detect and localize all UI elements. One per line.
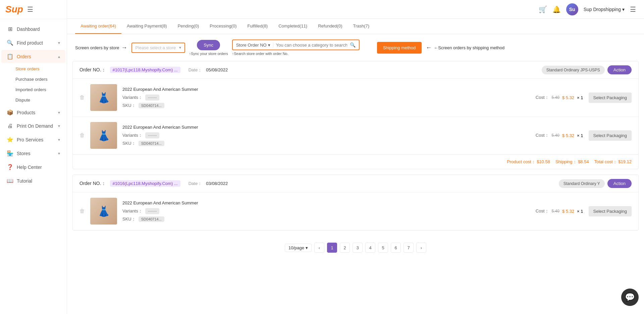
store-select[interactable]: Please select a store ▾ <box>131 43 185 53</box>
order-header: Order NO.： #1017(Lpc118.Myshopify.Com) .… <box>73 61 638 79</box>
store-select-placeholder: Please select a store <box>136 45 179 50</box>
stores-icon: 🏪 <box>7 150 13 156</box>
sidebar-logo: Sup ☰ <box>0 0 67 19</box>
chevron-down-icon: ▾ <box>58 124 60 128</box>
select-packaging-button[interactable]: Select Packaging <box>589 92 632 103</box>
sidebar-item-help-center[interactable]: ❓ Help Center <box>1 161 65 174</box>
pagination: 10/page ▾ ‹ 1 2 3 4 5 6 7 › <box>67 236 644 259</box>
next-page-button[interactable]: › <box>416 243 426 253</box>
chevron-down-icon: ▾ <box>179 45 181 50</box>
sidebar-item-label: Find product <box>17 40 55 46</box>
order-date-label: Date： <box>189 67 202 73</box>
sidebar-item-print-on-demand[interactable]: 🖨 Print On Demand ▾ <box>1 120 65 132</box>
sidebar-item-orders[interactable]: 📋 Orders ▴ <box>1 50 65 63</box>
orders-icon: 📋 <box>7 53 13 60</box>
chat-widget[interactable]: 💬 <box>621 289 639 306</box>
sidebar-item-dispute[interactable]: Dispute <box>0 95 67 105</box>
product-info: 2022 European And American Summer Varian… <box>122 200 530 222</box>
sidebar-item-imported-orders[interactable]: Imported orders <box>0 84 67 95</box>
product-cost: Cost： 5.40 $ 5.32 × 1 <box>536 132 583 138</box>
delete-icon[interactable]: 🗑 <box>79 95 85 101</box>
avatar: Su <box>566 3 578 15</box>
tab-completed[interactable]: Completed(11) <box>273 19 313 34</box>
action-button[interactable]: Action <box>607 65 632 74</box>
sidebar-item-pro-services[interactable]: ⭐ Pro Services ▾ <box>1 133 65 146</box>
sidebar-item-label: Pro Services <box>17 137 55 142</box>
search-icon[interactable]: 🔍 <box>350 42 356 48</box>
product-image: 👗 <box>90 122 117 149</box>
cost-original: 5.40 <box>552 95 559 100</box>
delete-icon[interactable]: 🗑 <box>79 208 85 214</box>
username-button[interactable]: Sup Dropshipping ▾ <box>584 7 625 12</box>
sidebar-item-label: Dashboard <box>17 26 60 32</box>
sync-button[interactable]: Sync <box>197 40 220 50</box>
top-header: 🛒 🔔 Su Sup Dropshipping ▾ ☰ <box>67 0 644 19</box>
action-button[interactable]: Action <box>607 179 632 188</box>
search-input[interactable] <box>273 43 350 48</box>
orders-container: Order NO.： #1017(Lpc118.Myshopify.Com) .… <box>67 61 644 266</box>
shipping-method-button[interactable]: Shipping method <box>377 42 422 54</box>
tab-trash[interactable]: Trash(7) <box>347 19 375 34</box>
product-name: 2022 European And American Summer <box>122 200 530 205</box>
search-category-dropdown[interactable]: Store Order NO ▾ <box>236 43 273 48</box>
sidebar-item-products[interactable]: 📦 Products ▾ <box>1 106 65 119</box>
cost-qty: × 1 <box>577 95 583 100</box>
page-3-button[interactable]: 3 <box>353 243 363 253</box>
sidebar-item-store-orders[interactable]: Store orders <box>0 64 67 74</box>
select-packaging-button[interactable]: Select Packaging <box>589 206 632 216</box>
sku-row: SKU： SD040714... <box>122 216 530 222</box>
dashboard-icon: ⊞ <box>7 26 13 32</box>
sidebar-item-purchase-orders[interactable]: Purchase orders <box>0 74 67 84</box>
prev-page-button[interactable]: ‹ <box>314 243 324 253</box>
cart-icon[interactable]: 🛒 <box>539 5 547 13</box>
sku-value: SD040714... <box>139 216 164 222</box>
tutorial-icon: 📖 <box>7 178 13 184</box>
total-cost: Total cost： $19.12 <box>594 159 632 165</box>
find-product-icon: 🔍 <box>7 40 13 46</box>
page-1-button[interactable]: 1 <box>327 243 337 253</box>
product-cost-total: Product cost： $10.58 <box>507 159 550 165</box>
sidebar: Sup ☰ ⊞ Dashboard 🔍 Find product ▾ 📋 Ord… <box>0 0 67 314</box>
hamburger-icon[interactable]: ☰ <box>27 5 33 13</box>
sync-note: ↑Sync your store orders <box>189 52 228 56</box>
per-page-selector[interactable]: 10/page ▾ <box>285 244 312 252</box>
order-date-value: 05/08/2022 <box>206 67 228 72</box>
delete-icon[interactable]: 🗑 <box>79 132 85 138</box>
tab-pending[interactable]: Pending(0) <box>172 19 205 34</box>
page-2-button[interactable]: 2 <box>340 243 350 253</box>
tab-refunded[interactable]: Refunded(0) <box>313 19 347 34</box>
page-4-button[interactable]: 4 <box>365 243 375 253</box>
order-header-right: Standard Ordinary JPS-USPS Action <box>542 65 632 74</box>
order-card: Order NO.： #1017(Lpc118.Myshopify.Com) .… <box>72 61 639 169</box>
tab-awaiting-order[interactable]: Awaiting order(64) <box>75 19 121 34</box>
select-packaging-button[interactable]: Select Packaging <box>589 130 632 141</box>
page-7-button[interactable]: 7 <box>404 243 414 253</box>
sidebar-item-dashboard[interactable]: ⊞ Dashboard <box>1 22 65 36</box>
page-5-button[interactable]: 5 <box>378 243 388 253</box>
cost-qty: × 1 <box>577 133 583 138</box>
sidebar-item-find-product[interactable]: 🔍 Find product ▾ <box>1 36 65 49</box>
filter-bar: Screen orders by store → Please select a… <box>67 34 644 61</box>
cost-sale: $ 5.32 <box>562 95 574 100</box>
chevron-down-icon: ▾ <box>58 151 60 156</box>
main-menu-icon[interactable]: ☰ <box>630 5 636 13</box>
product-variants: Variants： ········ <box>122 132 530 138</box>
sidebar-item-stores[interactable]: 🏪 Stores ▾ <box>1 147 65 160</box>
tab-processing[interactable]: Processing(0) <box>204 19 242 34</box>
sidebar-item-label: Help Center <box>17 165 60 170</box>
variants-value: ········ <box>145 132 160 138</box>
variants-value: ········ <box>145 95 160 101</box>
notification-icon[interactable]: 🔔 <box>552 5 561 13</box>
order-header-right: Standard Ordinary Y Action <box>559 179 632 188</box>
product-cost: Cost： 5.40 $ 5.32 × 1 <box>536 208 583 214</box>
sidebar-item-label: Stores <box>17 151 55 156</box>
app-logo: Sup <box>5 4 23 15</box>
search-wrapper: Store Order NO ▾ 🔍 <box>232 40 360 50</box>
sidebar-item-tutorial[interactable]: 📖 Tutorial <box>1 174 65 187</box>
print-icon: 🖨 <box>7 123 13 129</box>
tab-fulfilled[interactable]: Fulfilled(8) <box>242 19 273 34</box>
page-6-button[interactable]: 6 <box>391 243 401 253</box>
cost-sale: $ 5.32 <box>562 133 574 138</box>
tab-awaiting-payment[interactable]: Awaiting Payment(8) <box>121 19 172 34</box>
search-note: ↑Search store order with order No. <box>232 52 373 56</box>
